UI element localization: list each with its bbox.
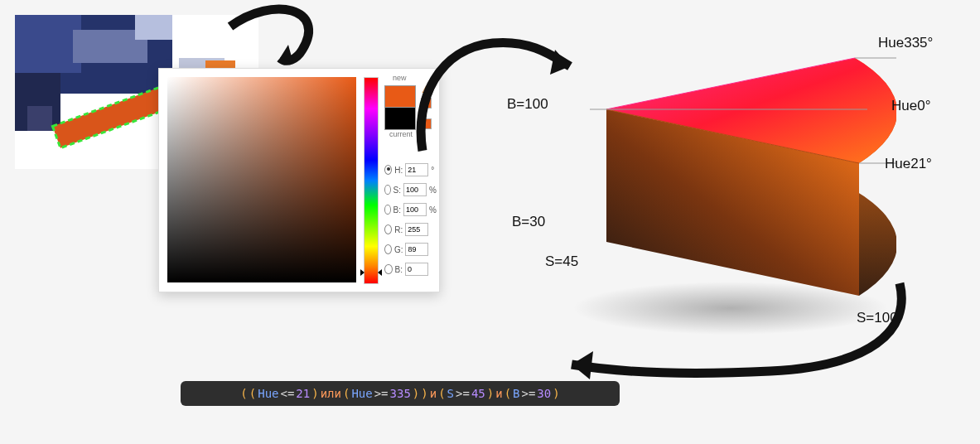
svg-rect-3	[15, 15, 81, 73]
field-label: B:	[395, 265, 403, 274]
formula-code: ((Hue<=21) или (Hue>=335)) и (S>=45) и (…	[181, 381, 620, 406]
label-hue-21: Hue21°	[885, 156, 932, 172]
field-label: H:	[394, 166, 403, 175]
code-token: )	[311, 387, 318, 400]
color-field-b-5: B:	[384, 259, 436, 279]
code-token: 335	[390, 387, 411, 400]
color-field-r-3: R:	[384, 220, 436, 239]
arrow-pixel-to-picker	[215, 0, 356, 94]
field-unit: %	[429, 186, 436, 195]
code-token: 30	[537, 387, 551, 400]
label-new: new	[393, 74, 407, 82]
field-input-b[interactable]	[405, 263, 428, 276]
radio-s[interactable]	[384, 185, 391, 195]
color-field-g-4: G:	[384, 239, 436, 259]
field-label: G:	[394, 245, 403, 254]
code-token: B	[513, 387, 519, 400]
code-token: )	[421, 387, 427, 400]
code-token: 21	[296, 387, 310, 400]
hue-marker-right	[378, 269, 382, 276]
color-picker-panel: new current ⚠ H:°S:%B:%R:G:B:	[158, 68, 440, 292]
field-unit: %	[429, 205, 436, 215]
hue-marker-left	[360, 269, 364, 276]
code-token: )	[413, 387, 419, 400]
code-token: Hue	[258, 387, 278, 400]
svg-marker-20	[572, 351, 593, 379]
code-token: (	[249, 387, 256, 400]
code-token: >=	[456, 387, 470, 400]
label-b-30: B=30	[512, 214, 545, 230]
code-token: )	[487, 387, 494, 400]
svg-rect-11	[27, 106, 52, 131]
saturation-brightness-field[interactable]	[167, 77, 356, 282]
radio-b[interactable]	[384, 264, 393, 274]
field-input-g[interactable]	[405, 243, 428, 256]
svg-rect-5	[135, 15, 172, 40]
radio-g[interactable]	[384, 244, 392, 254]
field-label: S:	[393, 186, 401, 195]
code-token: и	[495, 387, 502, 400]
radio-r[interactable]	[384, 224, 392, 234]
code-token: (	[504, 387, 511, 400]
label-b-100: B=100	[507, 96, 548, 113]
field-label: B:	[393, 205, 401, 215]
color-fields: H:°S:%B:%R:G:B:	[384, 160, 436, 279]
color-field-b-2: B:%	[384, 200, 436, 220]
radio-b[interactable]	[384, 205, 391, 215]
label-s-45: S=45	[545, 253, 578, 270]
code-token: <=	[281, 387, 295, 400]
color-field-s-1: S:%	[384, 180, 436, 200]
code-token: (	[343, 387, 350, 400]
field-input-s[interactable]	[403, 183, 427, 196]
field-input-r[interactable]	[405, 223, 428, 236]
hue-slider[interactable]	[364, 77, 379, 284]
code-token: и	[430, 387, 437, 400]
field-label: R:	[394, 225, 403, 234]
field-input-b[interactable]	[403, 203, 427, 216]
code-token: (	[240, 387, 247, 400]
code-token: S	[447, 387, 454, 400]
code-token: Hue	[351, 387, 372, 400]
code-token: 45	[471, 387, 485, 400]
label-hue-0: Hue0°	[891, 98, 930, 114]
radio-h[interactable]	[384, 165, 392, 175]
code-token: >=	[374, 387, 389, 400]
code-token: (	[438, 387, 445, 400]
code-token: или	[321, 387, 341, 400]
code-token: >=	[522, 387, 536, 400]
code-token: )	[553, 387, 559, 400]
label-hue-335: Hue335°	[878, 35, 933, 51]
